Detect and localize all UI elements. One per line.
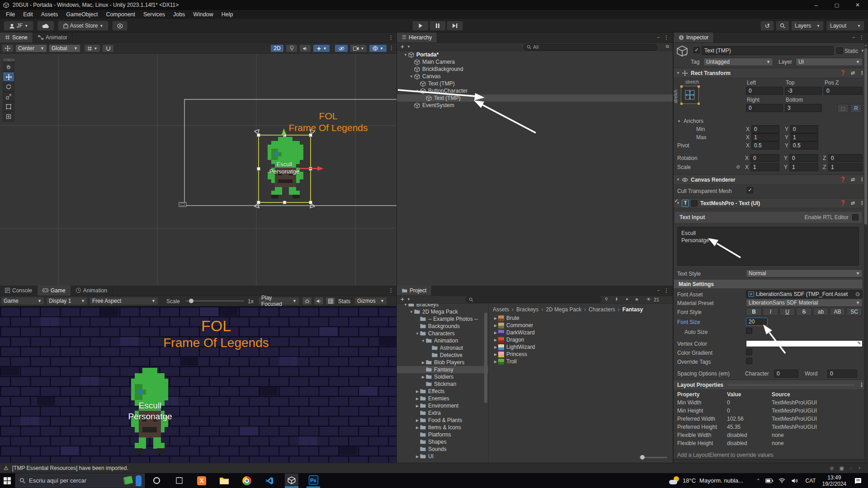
view-tool-button[interactable] <box>3 62 14 72</box>
scale-slider-thumb[interactable] <box>189 299 193 303</box>
taskbar-search-input[interactable]: Escriu aquí per cercar <box>15 474 145 488</box>
blueprint-mode-button[interactable]: ⬚ <box>837 104 849 113</box>
folder-row[interactable]: ▶ Food & Plants <box>397 417 489 424</box>
override-tags-checkbox[interactable] <box>746 358 752 364</box>
xampp-taskbar-icon[interactable]: X <box>196 475 207 486</box>
uppercase-button[interactable]: AB <box>830 308 845 316</box>
folder-row[interactable]: Shapes <box>397 438 489 446</box>
text-style-dropdown[interactable]: Normal▼ <box>746 269 863 277</box>
expand-arrow-icon[interactable]: ▶ <box>493 352 498 357</box>
bottom-field[interactable]: 3 <box>785 104 822 112</box>
add-asset-button[interactable]: + <box>401 296 404 303</box>
tab-hierarchy[interactable]: ☰ Hierarchy <box>397 33 437 42</box>
inspector-scrollbar[interactable]: ▲ <box>864 43 868 463</box>
active-checkbox[interactable] <box>693 47 700 53</box>
tool-settings-button[interactable] <box>2 44 14 52</box>
max-x-field[interactable]: 1 <box>751 133 779 141</box>
folder-row[interactable]: Platforms <box>397 431 489 438</box>
search-saved-icon[interactable]: ● <box>626 297 628 301</box>
transform-tool-button[interactable] <box>3 112 14 122</box>
hierarchy-row[interactable]: EventSystem <box>397 102 673 109</box>
folder-row[interactable]: ▼ Animation <box>397 337 489 344</box>
weather-desc[interactable]: Mayorm. nubla... <box>699 477 750 484</box>
tab-console[interactable]: Console <box>0 286 38 296</box>
tools-overlay-handle[interactable]: ≡ <box>3 58 15 62</box>
tab-project[interactable]: Project <box>397 286 432 296</box>
lock-icon[interactable]: ⌐ <box>657 288 660 293</box>
thumbnail-size-slider[interactable] <box>639 457 667 458</box>
menu-edit[interactable]: Edit <box>19 11 37 18</box>
folder-row[interactable]: Backgrounds <box>397 323 489 330</box>
folder-row[interactable]: Fantasy <box>397 366 489 373</box>
search-by-type-icon[interactable]: ⚲ <box>605 297 608 301</box>
main-settings-bar[interactable]: Main Settings <box>674 279 863 289</box>
expand-arrow-icon[interactable]: ▶ <box>493 360 498 364</box>
wifi-icon[interactable] <box>777 475 788 486</box>
cortana-button[interactable] <box>151 475 162 486</box>
object-picker-icon[interactable]: ⊙ <box>855 291 860 297</box>
weather-temp[interactable]: 18°C <box>683 477 696 484</box>
minimize-button[interactable]: – <box>806 2 826 9</box>
snap-toggle-button[interactable] <box>102 44 114 52</box>
menu-window[interactable]: Window <box>189 11 217 18</box>
scene-effects-dropdown[interactable]: ▼ <box>313 44 330 52</box>
expand-arrow-icon[interactable]: ▶ <box>415 418 420 422</box>
tab-animation[interactable]: Animation <box>71 286 113 296</box>
scale-link-icon[interactable]: ⊘ <box>736 164 740 170</box>
presets-icon[interactable]: ⇄ <box>851 200 855 206</box>
scene-visibility-toggle[interactable] <box>335 44 348 52</box>
static-checkbox[interactable] <box>836 47 843 54</box>
folder-row[interactable]: ▶ Effects <box>397 388 489 395</box>
frame-debugger-button[interactable] <box>302 297 312 305</box>
menu-component[interactable]: Component <box>102 11 139 18</box>
scene-lighting-toggle[interactable] <box>286 44 297 52</box>
expand-arrow-icon[interactable]: ▶ <box>493 338 498 342</box>
foldout-arrow-icon[interactable]: ▼ <box>675 178 681 182</box>
asset-row[interactable]: ▶ DarkWizard <box>489 329 673 336</box>
scale-z-field[interactable]: 1 <box>828 163 863 171</box>
folder-row[interactable]: Extra <box>397 409 489 417</box>
step-button[interactable] <box>447 21 463 31</box>
expand-arrow-icon[interactable]: ▶ <box>493 324 498 328</box>
pivot-x-field[interactable]: 0.5 <box>751 141 779 150</box>
language-indicator[interactable]: CAT <box>806 478 816 484</box>
chrome-icon[interactable] <box>241 475 252 486</box>
inspector-panel-menu-icon[interactable]: ⋮ <box>859 34 864 41</box>
folder-row[interactable]: Detective <box>397 352 489 359</box>
pause-button[interactable] <box>429 21 446 31</box>
statusbar[interactable]: ⚠ [TMP Essential Resources] have been im… <box>0 463 868 473</box>
maximize-button[interactable]: ▢ <box>826 2 847 8</box>
folder-row[interactable]: ▶ Items & Icons <box>397 424 489 431</box>
lowercase-button[interactable]: ab <box>813 308 829 316</box>
undo-history-button[interactable]: ↺ <box>760 21 774 31</box>
asset-row[interactable]: ▶ Dragon <box>489 336 673 343</box>
asset-row[interactable]: ▶ LightWizard <box>489 343 673 351</box>
expand-arrow-icon[interactable]: ▼ <box>415 332 420 336</box>
notification-center-button[interactable] <box>853 475 863 486</box>
text-value-area[interactable]: Escull Personatge <box>677 227 859 266</box>
scale-y-field[interactable]: 1 <box>789 163 818 171</box>
icon-caret[interactable]: ▼ <box>684 53 688 56</box>
stats-toggle[interactable]: Stats <box>338 298 350 305</box>
folder-row[interactable]: ▶ UI <box>397 453 489 460</box>
project-panel-menu-icon[interactable]: ⋮ <box>664 287 669 294</box>
search-everything-button[interactable] <box>776 21 789 31</box>
menu-help[interactable]: Help <box>217 11 237 18</box>
rot-y-field[interactable]: 0 <box>789 154 818 162</box>
posz-field[interactable]: 0 <box>824 87 863 95</box>
expand-arrow-icon[interactable]: ▶ <box>493 331 498 335</box>
cull-transparent-mesh-checkbox[interactable] <box>747 187 753 193</box>
min-y-field[interactable]: 0 <box>790 125 818 133</box>
tab-animator[interactable]: Animator <box>33 33 73 42</box>
tree-scrollbar[interactable] <box>484 313 487 403</box>
package-status-icon[interactable]: ▣ <box>839 465 844 471</box>
hierarchy-row[interactable]: ▼ ButtonCharacter <box>397 87 673 94</box>
add-asset-caret-icon[interactable]: ▼ <box>407 297 410 301</box>
word-spacing-field[interactable]: 0 <box>827 370 857 378</box>
hidden-count-eye-icon[interactable]: 👁 <box>646 297 651 302</box>
volume-icon[interactable] <box>789 475 800 486</box>
italic-button[interactable]: I <box>763 308 778 316</box>
rect-tool-button[interactable] <box>3 102 14 112</box>
account-dropdown[interactable]: JF▼ <box>4 21 33 31</box>
scene-toolbar-menu-icon[interactable]: ⋮ <box>389 45 394 51</box>
